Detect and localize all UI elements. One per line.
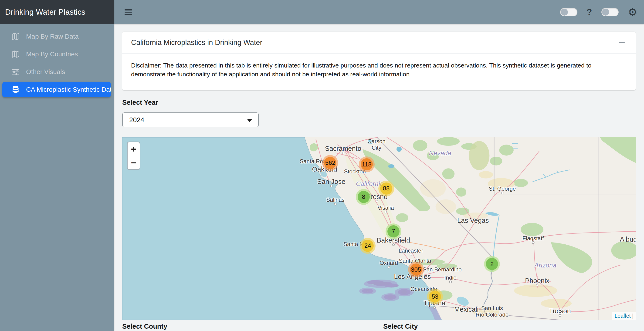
cluster-marker-53[interactable]: 53 xyxy=(427,289,443,304)
sidebar-item-ca-microplastic-synthetic-data[interactable]: CA Microplastic Synthetic Data xyxy=(2,82,111,97)
sidebar-item-label: Map By Countries xyxy=(26,50,78,58)
map-zoom-control: + − xyxy=(127,142,140,170)
app-window: Drinking Water Plastics Map By Raw DataM… xyxy=(0,0,644,331)
navbar-switch-left[interactable] xyxy=(560,8,578,16)
navbar-switch-right[interactable] xyxy=(602,8,618,16)
sidebar-nav: Map By Raw DataMap By CountriesOther Vis… xyxy=(0,24,114,97)
sidebar-item-other-visuals[interactable]: Other Visuals xyxy=(2,64,111,80)
cluster-marker-562[interactable]: 562 xyxy=(322,155,338,171)
sliders-icon xyxy=(11,68,20,76)
gear-icon[interactable]: ⚙ xyxy=(628,7,638,18)
cluster-marker-88[interactable]: 88 xyxy=(378,181,394,196)
collapse-minus-icon[interactable] xyxy=(616,38,627,48)
sidebar-item-map-by-countries[interactable]: Map By Countries xyxy=(2,46,111,62)
cluster-marker-118[interactable]: 118 xyxy=(359,156,374,172)
sidebar-item-label: CA Microplastic Synthetic Data xyxy=(26,86,111,93)
cluster-count: 53 xyxy=(432,293,438,300)
year-select[interactable]: 2024 xyxy=(122,112,259,127)
sidebar: Drinking Water Plastics Map By Raw DataM… xyxy=(0,0,114,331)
map-icon xyxy=(11,50,20,59)
chevron-down-icon xyxy=(247,119,252,122)
cluster-marker-8[interactable]: 8 xyxy=(356,189,372,205)
sidebar-item-label: Other Visuals xyxy=(26,68,65,76)
zoom-out-button[interactable]: − xyxy=(128,156,140,169)
navbar: ? ⚙ xyxy=(114,0,644,24)
help-icon[interactable]: ? xyxy=(587,7,592,17)
cluster-count: 118 xyxy=(362,161,371,168)
select-year-label: Select Year xyxy=(122,99,636,106)
select-city-label: Select City xyxy=(383,322,636,330)
leaflet-map[interactable]: SacramentoCarson CitySanta RosaOaklandSt… xyxy=(122,137,636,320)
disclaimer-text: Disclaimer: The data presented in this t… xyxy=(122,54,636,90)
year-select-value: 2024 xyxy=(129,116,144,124)
navbar-right: ? ⚙ xyxy=(560,7,638,18)
map-icon xyxy=(11,32,20,41)
map-cluster-layer: 562118888724305253 xyxy=(122,137,636,320)
cluster-count: 88 xyxy=(383,185,390,192)
brand-title: Drinking Water Plastics xyxy=(0,0,114,24)
cluster-marker-24[interactable]: 24 xyxy=(360,238,376,254)
zoom-in-button[interactable]: + xyxy=(128,142,140,156)
card-header: California Microplastics in Drinking Wat… xyxy=(122,32,636,54)
cluster-count: 2 xyxy=(490,260,494,268)
footer-selects-row: Select County Select City xyxy=(122,322,636,330)
main-content: California Microplastics in Drinking Wat… xyxy=(114,24,644,331)
cluster-marker-7[interactable]: 7 xyxy=(386,224,402,239)
cluster-marker-305[interactable]: 305 xyxy=(408,262,424,278)
sidebar-item-map-by-raw-data[interactable]: Map By Raw Data xyxy=(2,29,111,44)
cluster-count: 24 xyxy=(364,242,371,249)
cluster-marker-2[interactable]: 2 xyxy=(484,256,500,272)
leaflet-attribution-link[interactable]: Leaflet | xyxy=(612,312,636,320)
select-county-label: Select County xyxy=(122,322,379,330)
cluster-count: 305 xyxy=(411,266,421,273)
database-icon xyxy=(11,85,20,94)
card-title: California Microplastics in Drinking Wat… xyxy=(131,38,262,47)
cluster-count: 7 xyxy=(392,228,395,235)
cluster-count: 8 xyxy=(362,193,365,200)
cluster-count: 562 xyxy=(325,159,335,166)
hamburger-menu-icon[interactable] xyxy=(124,9,132,15)
sidebar-item-label: Map By Raw Data xyxy=(26,33,79,40)
info-card: California Microplastics in Drinking Wat… xyxy=(122,32,636,90)
